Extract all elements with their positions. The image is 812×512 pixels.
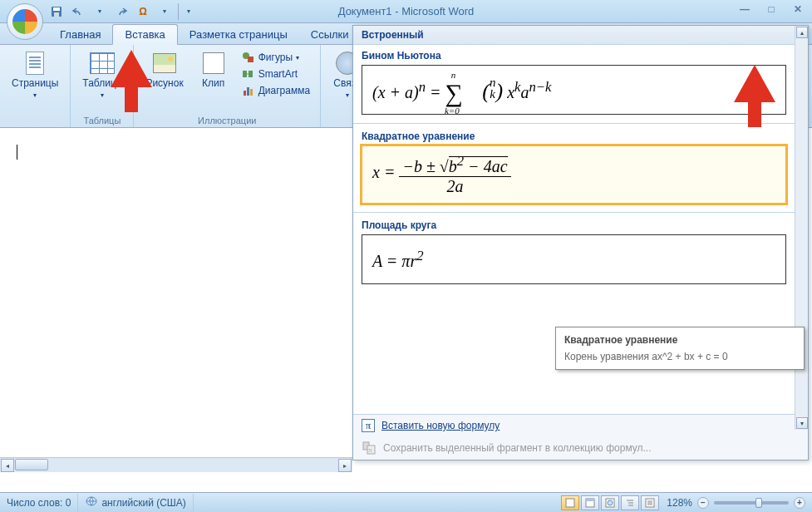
group-label-illustrations: Иллюстрации: [198, 116, 256, 126]
scroll-down-button[interactable]: ▾: [796, 417, 808, 429]
equation-item-quadratic[interactable]: Квадратное уравнение x = −b ± √b2 − 4ac2…: [353, 123, 795, 204]
qat-redo-icon[interactable]: [113, 3, 130, 20]
qat-save-icon[interactable]: [48, 3, 65, 20]
hscroll-left[interactable]: ◂: [1, 459, 14, 472]
zoom-out-button[interactable]: −: [697, 497, 709, 509]
language-icon: [85, 495, 98, 510]
clip-button[interactable]: Клип: [194, 48, 234, 91]
shapes-icon: [242, 51, 255, 64]
annotation-arrow-formula: [730, 65, 780, 131]
zoom-slider-thumb[interactable]: [755, 498, 762, 508]
qat-undo-icon[interactable]: [70, 3, 86, 20]
save-selection-icon: π: [362, 441, 376, 455]
svg-rect-7: [244, 91, 246, 96]
zoom-level[interactable]: 128%: [667, 497, 692, 509]
chart-icon: [242, 84, 255, 97]
view-outline[interactable]: [621, 495, 639, 510]
view-full-screen[interactable]: [581, 495, 599, 510]
view-web-layout[interactable]: [601, 495, 619, 510]
annotation-arrow-insert-tab: [106, 50, 156, 116]
equation-formula: A = πr2: [372, 248, 424, 271]
svg-rect-2: [54, 12, 59, 17]
qat-symbol-dropdown[interactable]: ▾: [156, 3, 173, 20]
tab-home[interactable]: Главная: [48, 25, 112, 44]
tab-references[interactable]: Ссылки: [299, 25, 361, 44]
equation-item-binomial[interactable]: Бином Ньютона (x + a)n = ∑k=0n(nk) xkan−…: [353, 45, 795, 115]
pi-icon: π: [362, 419, 375, 432]
svg-rect-23: [566, 499, 574, 507]
smartart-button[interactable]: SmartArt: [239, 66, 313, 81]
shapes-button[interactable]: Фигуры ▾: [239, 50, 313, 65]
svg-text:π: π: [368, 446, 372, 454]
svg-marker-20: [111, 50, 152, 112]
zoom-slider[interactable]: [714, 501, 789, 505]
svg-point-27: [608, 500, 613, 505]
svg-rect-1: [53, 7, 60, 11]
equation-item-circle-area[interactable]: Площадь круга A = πr2: [353, 212, 795, 284]
view-print-layout[interactable]: [561, 495, 579, 510]
svg-rect-6: [249, 71, 253, 77]
zoom-in-button[interactable]: +: [794, 497, 805, 509]
insert-new-equation[interactable]: π Вставить новую формулу: [353, 415, 808, 436]
qat-customize-dropdown[interactable]: ▾: [178, 3, 194, 20]
smartart-icon: [242, 67, 255, 81]
tab-insert[interactable]: Вставка: [112, 24, 177, 45]
view-draft[interactable]: [641, 495, 659, 510]
document-page[interactable]: [0, 128, 352, 179]
hscroll-thumb[interactable]: [15, 459, 48, 470]
svg-marker-21: [734, 65, 775, 127]
window-title: Документ1 - Microsoft Word: [338, 5, 475, 17]
status-language[interactable]: английский (США): [78, 494, 193, 512]
clipart-icon: [200, 50, 227, 76]
svg-rect-9: [250, 89, 253, 96]
text-cursor: [17, 145, 17, 160]
svg-rect-4: [248, 57, 253, 62]
close-button[interactable]: ✕: [789, 2, 807, 17]
hscroll-track[interactable]: [15, 458, 337, 472]
svg-rect-5: [243, 71, 247, 77]
status-word-count[interactable]: Число слов: 0: [0, 494, 78, 512]
equation-tooltip: Квадратное уравнение Корень уравнения ax…: [555, 327, 805, 370]
hscroll-right[interactable]: ▸: [338, 459, 352, 472]
tab-page-layout[interactable]: Разметка страницы: [178, 25, 299, 44]
minimize-button[interactable]: —: [736, 2, 754, 17]
page-icon: [22, 50, 48, 76]
group-label-tables: Таблицы: [83, 116, 121, 126]
save-to-gallery: π Сохранить выделенный фрагмент в коллек…: [353, 436, 808, 460]
maximize-button[interactable]: □: [762, 2, 780, 17]
qat-undo-dropdown[interactable]: ▾: [91, 3, 108, 20]
chart-button[interactable]: Диаграмма: [239, 83, 313, 98]
svg-rect-25: [586, 499, 594, 501]
gallery-header: Встроенный: [353, 26, 808, 45]
equation-formula: (x + a)n = ∑k=0n(nk) xkan−k: [372, 76, 551, 104]
office-button[interactable]: [7, 3, 43, 40]
svg-rect-8: [247, 87, 249, 96]
qat-symbol-icon[interactable]: Ω: [135, 3, 151, 20]
scroll-up-button[interactable]: ▴: [796, 27, 808, 38]
equation-formula: x = −b ± √b2 − 4ac2a: [372, 153, 511, 196]
pages-button[interactable]: Страницы▾: [7, 48, 63, 102]
